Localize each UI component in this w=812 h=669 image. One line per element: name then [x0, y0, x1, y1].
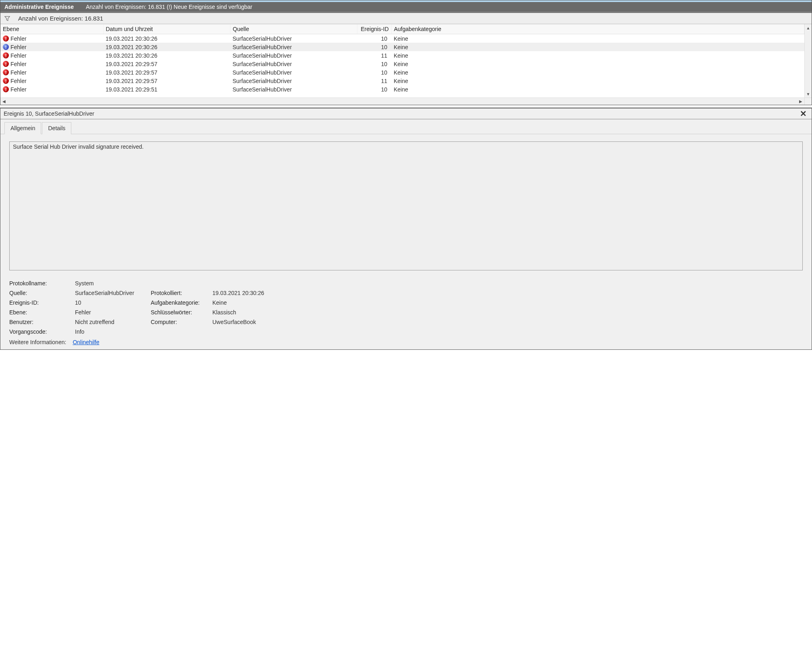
label-computer: Computer:: [151, 319, 209, 325]
cell-datetime: 19.03.2021 20:30:26: [103, 43, 230, 51]
error-icon: !: [3, 52, 9, 58]
value-keywords: Klassisch: [212, 309, 803, 316]
view-title: Administrative Ereignisse: [4, 4, 74, 10]
value-source: SurfaceSerialHubDriver: [75, 290, 147, 296]
label-keywords: Schlüsselwörter:: [151, 309, 209, 316]
cell-event-id: 11: [357, 77, 391, 85]
online-help-link[interactable]: Onlinehilfe: [73, 339, 99, 345]
table-row[interactable]: !Fehler19.03.2021 20:30:26SurfaceSerialH…: [0, 51, 804, 60]
cell-level: Fehler: [10, 61, 27, 67]
event-description[interactable]: Surface Serial Hub Driver invalid signat…: [9, 141, 803, 270]
view-subtitle: Anzahl von Ereignissen: 16.831 (!) Neue …: [86, 4, 252, 10]
scroll-down-icon[interactable]: ▼: [805, 90, 812, 98]
event-properties: Protokollname: System Quelle: SurfaceSer…: [9, 280, 803, 335]
label-user: Benutzer:: [9, 319, 72, 325]
table-row[interactable]: !Fehler19.03.2021 20:29:51SurfaceSerialH…: [0, 85, 804, 93]
tab-general[interactable]: Allgemein: [4, 122, 41, 134]
cell-datetime: 19.03.2021 20:29:57: [103, 60, 230, 68]
cell-source: SurfaceSerialHubDriver: [230, 77, 357, 85]
cell-datetime: 19.03.2021 20:29:57: [103, 77, 230, 85]
scrollbar-corner: [804, 98, 812, 105]
value-event-id: 10: [75, 299, 147, 306]
cell-level: Fehler: [10, 86, 27, 93]
table-row[interactable]: !Fehler19.03.2021 20:29:57SurfaceSerialH…: [0, 68, 804, 77]
cell-event-id: 10: [357, 85, 391, 93]
error-icon: !: [3, 61, 9, 67]
filter-bar: Anzahl von Ereignissen: 16.831: [0, 12, 812, 24]
value-category: Keine: [212, 299, 803, 306]
label-category: Aufgabenkategorie:: [151, 299, 209, 306]
value-log-name: System: [75, 280, 147, 287]
cell-category: Keine: [391, 77, 804, 85]
view-header: Administrative Ereignisse Anzahl von Ere…: [0, 0, 812, 12]
label-opcode: Vorgangscode:: [9, 328, 72, 335]
cell-source: SurfaceSerialHubDriver: [230, 43, 357, 51]
error-icon: !: [3, 78, 9, 84]
cell-source: SurfaceSerialHubDriver: [230, 34, 357, 43]
cell-level: Fehler: [10, 78, 27, 84]
cell-source: SurfaceSerialHubDriver: [230, 60, 357, 68]
detail-tabs: Allgemein Details: [0, 119, 812, 134]
scrollbar-track[interactable]: [805, 31, 812, 90]
filter-count-label: Anzahl von Ereignissen: 16.831: [18, 15, 103, 22]
cell-event-id: 10: [357, 43, 391, 51]
cell-datetime: 19.03.2021 20:29:57: [103, 68, 230, 77]
cell-category: Keine: [391, 68, 804, 77]
cell-datetime: 19.03.2021 20:29:51: [103, 85, 230, 93]
cell-category: Keine: [391, 85, 804, 93]
table-row[interactable]: !Fehler19.03.2021 20:29:57SurfaceSerialH…: [0, 60, 804, 68]
cell-event-id: 10: [357, 34, 391, 43]
cell-event-id: 11: [357, 51, 391, 60]
cell-datetime: 19.03.2021 20:30:26: [103, 34, 230, 43]
scroll-up-icon[interactable]: ▲: [805, 24, 812, 31]
horizontal-scrollbar[interactable]: ◀ ▶: [0, 98, 804, 105]
col-datetime[interactable]: Datum und Uhrzeit: [103, 24, 230, 34]
cell-level: Fehler: [10, 69, 27, 76]
cell-level: Fehler: [10, 52, 27, 59]
col-source[interactable]: Quelle: [230, 24, 357, 34]
table-row[interactable]: !Fehler19.03.2021 20:30:26SurfaceSerialH…: [0, 34, 804, 43]
scrollbar-track[interactable]: [8, 98, 797, 105]
error-icon: !: [3, 35, 9, 42]
label-source: Quelle:: [9, 290, 72, 296]
value-logged: 19.03.2021 20:30:26: [212, 290, 803, 296]
value-level: Fehler: [75, 309, 147, 316]
cell-category: Keine: [391, 43, 804, 51]
label-more-info: Weitere Informationen:: [9, 339, 66, 345]
cell-event-id: 10: [357, 68, 391, 77]
label-log-name: Protokollname:: [9, 280, 72, 287]
label-level: Ebene:: [9, 309, 72, 316]
table-row[interactable]: !Fehler19.03.2021 20:30:26SurfaceSerialH…: [0, 43, 804, 51]
col-event-id[interactable]: Ereignis-ID: [357, 24, 391, 34]
cell-datetime: 19.03.2021 20:30:26: [103, 51, 230, 60]
cell-source: SurfaceSerialHubDriver: [230, 51, 357, 60]
value-user: Nicht zutreffend: [75, 319, 147, 325]
event-list: Ebene Datum und Uhrzeit Quelle Ereignis-…: [0, 24, 812, 105]
scroll-left-icon[interactable]: ◀: [0, 98, 8, 105]
label-event-id: Ereignis-ID:: [9, 299, 72, 306]
tab-details[interactable]: Details: [42, 122, 71, 134]
cell-category: Keine: [391, 51, 804, 60]
scroll-right-icon[interactable]: ▶: [797, 98, 804, 105]
error-icon: !: [3, 86, 9, 92]
cell-category: Keine: [391, 34, 804, 43]
cell-source: SurfaceSerialHubDriver: [230, 85, 357, 93]
event-detail-pane: Ereignis 10, SurfaceSerialHubDriver ✕ Al…: [0, 108, 812, 350]
cell-level: Fehler: [10, 44, 27, 50]
col-level[interactable]: Ebene: [0, 24, 103, 34]
cell-source: SurfaceSerialHubDriver: [230, 68, 357, 77]
close-icon[interactable]: ✕: [798, 110, 808, 118]
info-icon: !: [3, 44, 9, 50]
cell-event-id: 10: [357, 60, 391, 68]
cell-category: Keine: [391, 60, 804, 68]
table-row[interactable]: !Fehler19.03.2021 20:29:57SurfaceSerialH…: [0, 77, 804, 85]
value-computer: UweSurfaceBook: [212, 319, 803, 325]
vertical-scrollbar[interactable]: ▲ ▼: [804, 24, 812, 98]
column-header-row: Ebene Datum und Uhrzeit Quelle Ereignis-…: [0, 24, 804, 34]
detail-title: Ereignis 10, SurfaceSerialHubDriver: [4, 110, 94, 117]
value-opcode: Info: [75, 328, 147, 335]
col-category[interactable]: Aufgabenkategorie: [391, 24, 804, 34]
filter-icon[interactable]: [4, 16, 10, 21]
label-logged: Protokolliert:: [151, 290, 209, 296]
error-icon: !: [3, 69, 9, 75]
